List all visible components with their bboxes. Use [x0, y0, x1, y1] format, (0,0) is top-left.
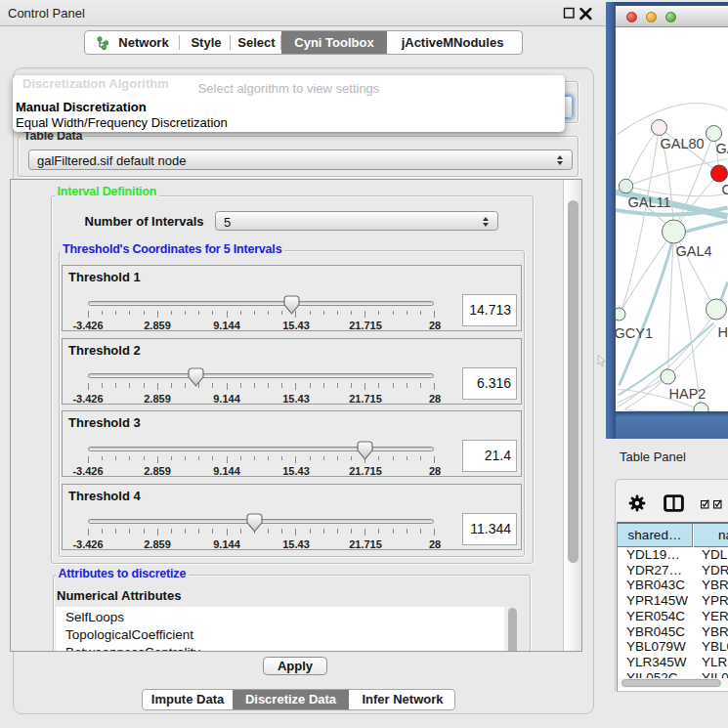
svg-text:HAP2: HAP2 [669, 386, 707, 402]
svg-text:GAL80: GAL80 [661, 136, 705, 151]
svg-text:GAL4: GAL4 [676, 243, 712, 259]
svg-text:GCY1: GCY1 [616, 325, 653, 341]
svg-text:C: C [722, 182, 728, 197]
svg-text:H: H [718, 324, 728, 340]
svg-text:GA: GA [716, 141, 728, 156]
svg-text:GAL11: GAL11 [628, 194, 671, 210]
